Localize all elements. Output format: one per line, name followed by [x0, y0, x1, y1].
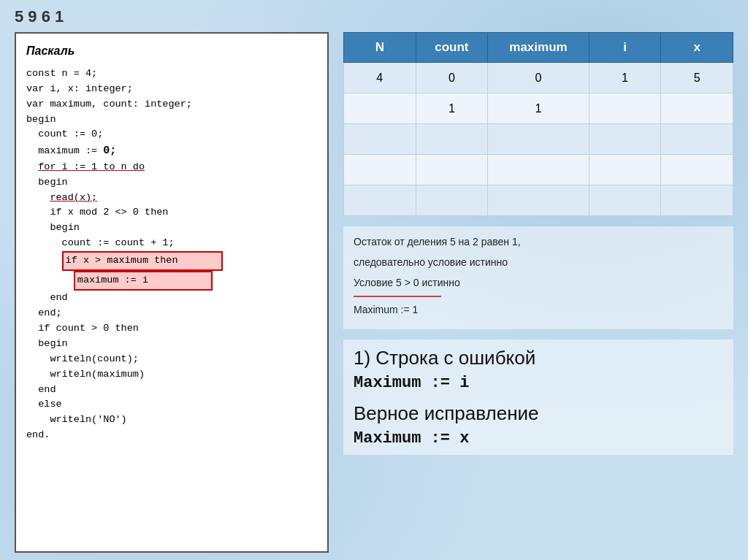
table-row — [344, 155, 733, 185]
cell-n-4 — [344, 155, 416, 185]
expl-line-2: следовательно условие истинно — [354, 254, 723, 272]
col-header-x: x — [661, 33, 733, 63]
cell-i-5 — [589, 185, 661, 216]
error-code: Maximum := i — [354, 374, 723, 392]
top-numbers: 5 9 6 1 — [15, 7, 733, 26]
table-row — [344, 124, 733, 155]
cell-i-1: 1 — [589, 63, 661, 93]
explanation-block: Остаток от деления 5 на 2 равен 1, следо… — [343, 226, 733, 329]
code-line-24: end. — [26, 428, 317, 443]
table-row — [344, 185, 733, 216]
cell-count-2: 1 — [416, 93, 488, 124]
table-row: 1 1 — [344, 93, 733, 124]
cell-count-1: 0 — [416, 63, 488, 93]
cell-maximum-1: 0 — [488, 63, 589, 93]
cell-x-1: 5 — [661, 63, 733, 93]
cell-x-2 — [661, 93, 733, 124]
col-header-count: count — [416, 33, 488, 63]
trace-table: N count maximum i x 4 0 0 1 5 — [343, 32, 733, 216]
cell-x-3 — [661, 124, 733, 155]
table-row: 4 0 0 1 5 — [344, 63, 733, 93]
cell-count-5 — [416, 185, 488, 216]
code-line-23: writeln('NO') — [26, 413, 317, 428]
fix-title: Верное исправление — [354, 402, 723, 425]
cell-n-1: 4 — [344, 63, 416, 93]
cell-count-4 — [416, 155, 488, 185]
code-line-17: if count > 0 then — [26, 321, 317, 337]
code-line-13: if x > maximum then — [26, 251, 317, 271]
expl-line-4: Maximum := 1 — [354, 302, 723, 319]
cell-count-3 — [416, 124, 488, 155]
error-fix-section: 1) Строка с ошибкой Maximum := i Верное … — [343, 340, 733, 455]
code-line-19: writeln(count); — [26, 352, 317, 367]
code-line-15: end — [26, 291, 317, 306]
code-line-8: begin — [26, 175, 317, 191]
fix-code: Maximum := x — [354, 429, 723, 448]
cell-n-5 — [344, 185, 416, 216]
cell-i-2 — [589, 93, 661, 124]
code-line-3: var maximum, count: integer; — [26, 97, 317, 112]
code-line-1: const n = 4; — [26, 66, 317, 82]
cell-maximum-3 — [488, 124, 589, 155]
col-header-i: i — [589, 33, 661, 63]
code-line-14: maximum := i — [26, 271, 317, 291]
code-line-7: for i := 1 to n do — [26, 160, 317, 175]
cell-maximum-5 — [488, 185, 589, 216]
code-line-5: count := 0; — [26, 127, 317, 142]
expl-line-3: Условие 5 > 0 истинно — [354, 275, 723, 292]
code-line-21: end — [26, 383, 317, 398]
right-panel: N count maximum i x 4 0 0 1 5 — [343, 32, 733, 553]
error-title: 1) Строка с ошибкой — [354, 347, 723, 369]
code-line-11: begin — [26, 220, 317, 236]
code-line-6: maximum := 0; — [26, 142, 317, 159]
code-line-2: var i, x: integer; — [26, 82, 317, 97]
col-header-n: N — [344, 33, 416, 63]
code-line-10: if x mod 2 <> 0 then — [26, 205, 317, 220]
number-display: 5 9 6 1 — [15, 7, 64, 26]
col-header-maximum: maximum — [488, 33, 589, 63]
expl-separator — [354, 296, 441, 297]
code-box: Паскаль const n = 4; var i, x: integer; … — [15, 32, 329, 553]
code-line-22: else — [26, 397, 317, 413]
cell-x-5 — [661, 185, 733, 216]
cell-i-4 — [589, 155, 661, 185]
code-line-16: end; — [26, 306, 317, 321]
cell-x-4 — [661, 155, 733, 185]
code-line-20: writeln(maximum) — [26, 367, 317, 383]
code-line-18: begin — [26, 337, 317, 352]
code-line-12: count := count + 1; — [26, 236, 317, 251]
cell-n-2 — [344, 93, 416, 124]
cell-maximum-4 — [488, 155, 589, 185]
cell-i-3 — [589, 124, 661, 155]
pascal-title: Паскаль — [26, 42, 317, 61]
expl-line-1: Остаток от деления 5 на 2 равен 1, — [354, 234, 723, 251]
cell-maximum-2: 1 — [488, 93, 589, 124]
code-line-4: begin — [26, 112, 317, 128]
code-line-9: read(x); — [26, 191, 317, 206]
cell-n-3 — [344, 124, 416, 155]
